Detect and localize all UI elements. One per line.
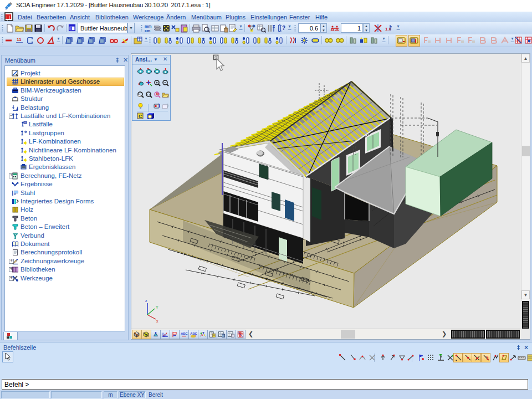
svg-text:1.0: 1.0 bbox=[385, 27, 392, 32]
svg-text:x: x bbox=[156, 319, 158, 323]
svg-text:?: ? bbox=[282, 25, 285, 31]
svg-text:C: C bbox=[139, 114, 142, 119]
svg-text:ABC: ABC bbox=[181, 332, 187, 335]
svg-text:cm: cm bbox=[145, 29, 150, 33]
svg-text:z: z bbox=[145, 299, 147, 303]
svg-text:mm: mm bbox=[145, 24, 151, 28]
svg-text:Y: Y bbox=[156, 305, 158, 309]
svg-text:ABC: ABC bbox=[190, 332, 197, 335]
svg-text:11: 11 bbox=[17, 37, 22, 42]
